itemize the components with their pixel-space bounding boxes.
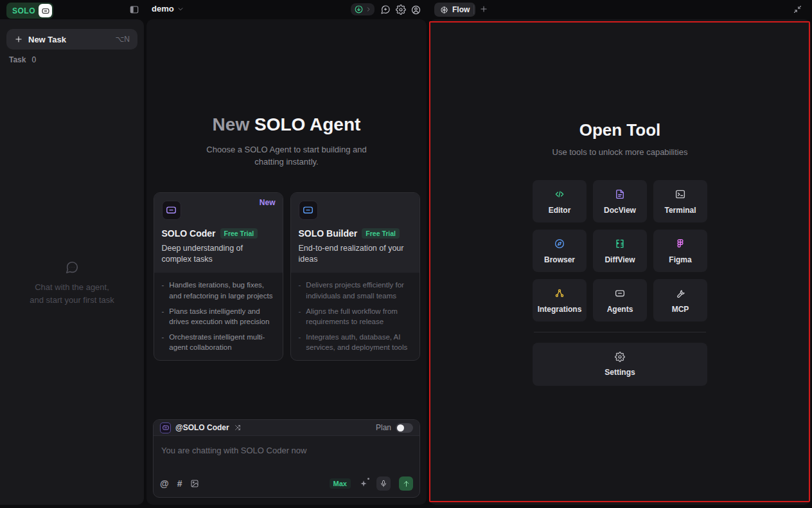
plan-label: Plan [376,423,391,432]
chat-input-toolbar: @ # Max [154,476,419,497]
sidebar-toggle-icon[interactable] [129,5,139,15]
agent-description: End-to-end realization of your ideas [299,243,412,265]
feature-item: Delivers projects efficiently for indivi… [299,280,412,300]
project-name: demo [152,4,174,14]
tool-label: DiffView [605,255,635,264]
agent-mention[interactable]: @SOLO Coder [175,423,229,432]
tools-divider [534,332,706,332]
tab-flow[interactable]: Flow [434,3,475,17]
tool-card-figma[interactable]: Figma [653,230,707,272]
tool-card-editor[interactable]: Editor [533,180,587,222]
compass-icon [554,238,565,249]
solo-logo[interactable]: SOLO [6,3,53,19]
figma-icon [675,238,686,249]
tool-card-browser[interactable]: Browser [533,230,587,272]
chat-text-area[interactable]: You are chatting with SOLO Coder now [154,436,419,476]
toggle-knob [397,424,404,431]
empty-state-line2: and start your first task [30,294,114,307]
feature-item: Aligns the full workflow from requiremen… [299,306,412,327]
app-window: SOLO demo [0,0,812,508]
tool-label: DocView [604,206,636,215]
settings-gear-icon[interactable] [396,5,406,15]
agent-feature-list: Delivers projects efficiently for indivi… [291,273,419,360]
chat-input-box: @SOLO Coder Plan You are chatting with S… [153,419,420,498]
attach-image-icon[interactable] [190,479,199,488]
tool-card-integrations[interactable]: Integrations [533,279,587,322]
microphone-icon[interactable] [376,476,391,491]
page-subtitle: Choose a SOLO Agent to start building an… [200,144,373,168]
switch-agent-icon[interactable] [234,424,242,431]
usage-button[interactable] [351,3,375,15]
plus-icon [14,35,23,44]
tool-label: Integrations [538,305,582,314]
new-badge: New [260,198,276,207]
tool-card-mcp[interactable]: MCP [653,279,707,322]
agent-feature-list: Handles iterations, bug fixes, and refac… [154,273,283,360]
context-hash-icon[interactable]: # [177,479,182,488]
chat-input-header: @SOLO Coder Plan [154,420,419,436]
open-tool-subtitle: Use tools to unlock more capabilities [533,147,707,157]
task-filter-row[interactable]: Task 0 [9,55,36,64]
top-bar: SOLO demo [0,0,812,19]
agent-card-solo-builder[interactable]: SOLO Builder Free Trial End-to-end reali… [290,192,420,361]
new-task-button[interactable]: New Task ⌥N [6,29,137,50]
tool-label: Terminal [664,206,696,215]
download-circle-icon [354,5,364,14]
task-sidebar: New Task ⌥N Task 0 Chat with the agent, … [0,19,144,505]
feature-item: Plans tasks intelligently and drives exe… [162,306,275,327]
max-mode-badge[interactable]: Max [330,478,351,489]
auto-sparkle-icon[interactable] [359,479,368,488]
flow-tool-panel: Open Tool Use tools to unlock more capab… [429,19,811,505]
chat-bubble-icon [65,260,79,275]
feature-item: Handles iterations, bug fixes, and refac… [162,280,275,300]
feature-item: Integrates auth, database, AI services, … [299,332,412,352]
collapse-panel-icon[interactable] [793,5,802,14]
agent-icon [299,201,318,220]
new-task-shortcut: ⌥N [116,35,130,44]
agent-mini-icon [160,422,171,433]
tab-divider [473,5,474,14]
send-button[interactable] [399,476,413,491]
agent-card-solo-coder[interactable]: New SOLO Coder Free Trial D [154,192,283,361]
agent-card-list: New SOLO Coder Free Trial D [146,192,427,361]
tool-card-settings[interactable]: Settings [533,343,707,386]
tool-card-diffview[interactable]: DiffView [593,230,647,272]
tool-card-terminal[interactable]: Terminal [653,180,707,222]
open-tool-title: Open Tool [533,120,707,140]
tool-label: Browser [544,255,575,264]
sidebar-empty-state: Chat with the agent, and start your firs… [0,260,144,307]
plan-toggle[interactable] [396,423,413,433]
tool-card-agents[interactable]: Agents [593,279,647,322]
nodes-icon [554,287,565,299]
new-task-label: New Task [28,35,110,44]
robot-app-icon [39,4,52,17]
page-title: New SOLO Agent [146,114,427,135]
diff-icon [614,238,626,249]
chat-panel: New SOLO Agent Choose a SOLO Agent to st… [146,19,427,505]
chevron-right-icon [366,6,371,12]
wrench-icon [675,287,686,299]
new-tab-button[interactable] [479,5,488,14]
solo-logo-label: SOLO [12,6,35,15]
tool-label: Agents [607,305,633,314]
tool-card-docview[interactable]: DocView [593,180,647,222]
code-icon [554,188,565,200]
feature-item: Orchestrates intelligent multi-agent col… [162,332,275,352]
robot-icon [614,287,626,299]
tool-grid: Editor DocView [533,180,707,322]
terminal-icon [675,188,686,200]
chat-placeholder: You are chatting with SOLO Coder now [161,446,306,455]
tool-label: Settings [605,368,635,377]
chevron-down-icon [177,6,184,12]
flow-icon [440,6,448,14]
mention-icon[interactable]: @ [160,479,169,488]
tool-label: Figma [669,255,691,264]
agent-card-header: SOLO Builder Free Trial End-to-end reali… [291,193,419,273]
tool-label: Editor [549,206,571,215]
feedback-message-icon[interactable] [380,5,391,15]
agent-icon [162,201,181,220]
free-trial-badge: Free Trial [362,228,400,239]
task-count: 0 [31,55,36,64]
task-label: Task [9,55,26,64]
project-switcher[interactable]: demo [152,4,184,14]
